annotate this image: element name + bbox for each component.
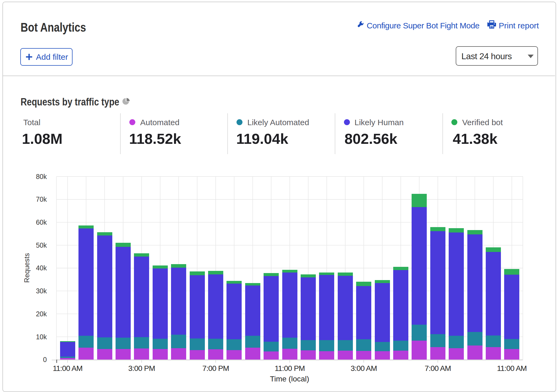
svg-text:7:00 AM: 7:00 AM — [425, 364, 451, 373]
svg-text:40k: 40k — [36, 264, 47, 272]
svg-text:7:00 PM: 7:00 PM — [202, 364, 229, 373]
svg-text:20k: 20k — [36, 310, 47, 318]
svg-text:50k: 50k — [36, 241, 47, 249]
svg-text:11:00 PM: 11:00 PM — [275, 364, 305, 373]
svg-text:11:00 AM: 11:00 AM — [53, 364, 83, 373]
svg-text:3:00 PM: 3:00 PM — [128, 364, 155, 373]
svg-text:3:00 AM: 3:00 AM — [351, 364, 377, 373]
svg-text:60k: 60k — [36, 218, 47, 226]
svg-text:80k: 80k — [36, 173, 47, 180]
svg-text:10k: 10k — [36, 333, 47, 341]
svg-text:Requests: Requests — [23, 253, 31, 283]
svg-text:11:00 AM: 11:00 AM — [497, 364, 527, 373]
svg-text:30k: 30k — [36, 287, 47, 295]
svg-text:Time (local): Time (local) — [270, 375, 309, 383]
svg-text:70k: 70k — [36, 195, 47, 203]
svg-text:0: 0 — [43, 356, 47, 363]
